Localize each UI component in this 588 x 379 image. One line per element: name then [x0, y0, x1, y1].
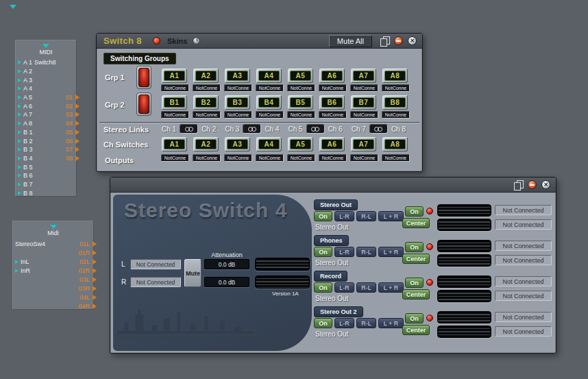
switch8-titlebar[interactable]: Switch 8 Skins Mute All ✕	[97, 34, 422, 49]
stereo-switch4-titlebar[interactable]: ✕	[110, 178, 556, 193]
group2-switch-button[interactable]: B6	[319, 95, 345, 110]
stereo-link-button[interactable]	[243, 124, 261, 134]
port-right-label[interactable]: 01L	[79, 241, 91, 247]
group1-switch-button[interactable]: A4	[256, 69, 282, 83]
port-name[interactable]: A 4	[18, 85, 32, 92]
port-output-number[interactable]: 07	[66, 146, 74, 153]
group2-switch-button[interactable]: B7	[351, 95, 376, 110]
group2-switch-button[interactable]: B8	[382, 95, 408, 110]
stereo-port-row[interactable]: 01R	[13, 248, 93, 257]
port-output-number[interactable]: 08	[66, 155, 74, 162]
midi-port-row[interactable]: B 1 05	[16, 128, 76, 137]
port-output-number[interactable]: 05	[66, 129, 74, 136]
strip-rl-button[interactable]: R-L	[356, 282, 376, 293]
strip-connection-l[interactable]: Not Connected	[495, 312, 552, 322]
channel-switch-button[interactable]: A7	[351, 137, 376, 151]
midi-port-row[interactable]: B 7	[16, 180, 76, 189]
grp2-led-button[interactable]	[136, 93, 151, 116]
strip-lr-button[interactable]: L-R	[334, 318, 354, 328]
strip-rl-button[interactable]: R-L	[356, 318, 376, 328]
midi-port-row[interactable]: B 2 06	[16, 136, 76, 145]
port-right-label[interactable]: 02L	[79, 258, 91, 265]
midi-port-row[interactable]: B 6	[16, 171, 76, 180]
port-left-label[interactable]: InR	[15, 267, 30, 274]
port-name[interactable]: B 8	[18, 190, 33, 197]
group1-switch-button[interactable]: A8	[382, 69, 408, 83]
port-name[interactable]: A 8	[18, 120, 32, 127]
midi-port-row[interactable]: B 4 08	[16, 154, 76, 163]
midi-port-row[interactable]: A 8 04	[16, 119, 76, 128]
port-name[interactable]: A 1	[18, 59, 32, 66]
midi-port-row[interactable]: B 3 07	[16, 145, 76, 154]
strip-lr-button[interactable]: L-R	[334, 282, 354, 293]
strip-center-button[interactable]: Center	[402, 254, 430, 264]
mute-button[interactable]: Mute	[184, 259, 201, 287]
channel-switch-button[interactable]: A5	[288, 137, 313, 151]
group1-switch-button[interactable]: A2	[193, 69, 219, 83]
stereo-port-row[interactable]: InL 02L	[13, 257, 93, 266]
grp1-led-button[interactable]	[136, 66, 151, 89]
port-right-label[interactable]: 01R	[78, 249, 91, 256]
strip-on-button[interactable]: On	[314, 318, 332, 328]
strip-on2-button[interactable]: On	[405, 313, 424, 323]
strip-lplusr-button[interactable]: L + R	[378, 211, 404, 221]
port-right-label[interactable]: 03L	[79, 276, 91, 283]
group2-switch-button[interactable]: B4	[256, 95, 282, 110]
port-right-label[interactable]: 03R	[78, 285, 91, 292]
strip-connection-l[interactable]: Not Connected	[495, 241, 552, 251]
copy-pages-icon[interactable]	[380, 36, 389, 46]
midi-port-row[interactable]: A 2	[16, 67, 76, 76]
stereo-port-row[interactable]: InR 02R	[13, 266, 93, 275]
group1-switch-button[interactable]: A1	[162, 69, 187, 83]
strip-connection-r[interactable]: Not Connected	[495, 326, 552, 337]
stereo-link-button[interactable]	[180, 124, 198, 134]
strip-lplusr-button[interactable]: L + R	[378, 247, 404, 257]
strip-center-button[interactable]: Center	[402, 325, 430, 335]
port-name[interactable]: A 7	[18, 111, 32, 118]
close-button[interactable]: ✕	[408, 36, 417, 45]
channel-switch-button[interactable]: A6	[319, 137, 345, 151]
port-name[interactable]: A 6	[18, 103, 32, 110]
stereo-port-row[interactable]: 03R	[13, 284, 93, 293]
strip-lplusr-button[interactable]: L + R	[378, 282, 404, 293]
midi-module-stereosw4[interactable]: Midi StereoSw4 01L 01R InL 02L InR 02R 0…	[12, 221, 94, 310]
strip-on2-button[interactable]: On	[405, 206, 424, 217]
midi-port-row[interactable]: A 1 Switch8	[16, 58, 76, 67]
group2-switch-button[interactable]: B5	[288, 95, 313, 110]
input-r-selector[interactable]: Not Connected	[130, 277, 181, 287]
port-name[interactable]: B 2	[18, 138, 33, 145]
midi-port-row[interactable]: B 8	[16, 188, 76, 197]
midi-port-row[interactable]: B 5	[16, 162, 76, 171]
strip-connection-l[interactable]: Not Connected	[495, 276, 552, 286]
strip-on2-button[interactable]: On	[405, 242, 424, 252]
channel-switch-button[interactable]: A1	[162, 137, 187, 151]
midi-port-row[interactable]: A 3	[16, 75, 76, 84]
strip-connection-r[interactable]: Not Connected	[495, 255, 552, 265]
group1-switch-button[interactable]: A7	[351, 69, 376, 83]
port-output-number[interactable]: 01	[66, 94, 74, 101]
port-left-label[interactable]: StereoSw4	[15, 241, 45, 247]
port-name[interactable]: A 3	[18, 77, 32, 84]
title-led-button[interactable]	[153, 37, 160, 45]
close-button[interactable]: ✕	[541, 180, 550, 189]
port-right-label[interactable]: 04L	[79, 294, 91, 301]
midi-port-row[interactable]: A 6 02	[16, 101, 76, 110]
port-name[interactable]: B 4	[18, 155, 33, 162]
midi-port-row[interactable]: A 5 01	[16, 93, 76, 102]
strip-on2-button[interactable]: On	[405, 278, 424, 288]
group1-switch-button[interactable]: A6	[319, 69, 345, 83]
stereo-port-row[interactable]: 04R	[13, 302, 93, 310]
skins-knob-icon[interactable]	[193, 37, 200, 45]
channel-switch-button[interactable]: A8	[382, 137, 408, 151]
stereo-port-row[interactable]: 03L	[13, 275, 93, 284]
port-right-label[interactable]: 04R	[78, 303, 91, 310]
channel-switch-button[interactable]: A4	[256, 137, 282, 151]
strip-lr-button[interactable]: L-R	[334, 247, 354, 257]
skins-menu[interactable]: Skins	[167, 37, 187, 45]
port-output-number[interactable]: 02	[66, 103, 74, 110]
port-name[interactable]: A 2	[18, 68, 32, 75]
strip-center-button[interactable]: Center	[402, 218, 430, 228]
port-name[interactable]: B 6	[18, 172, 33, 179]
strip-lplusr-button[interactable]: L + R	[378, 318, 404, 328]
strip-rl-button[interactable]: R-L	[356, 247, 376, 257]
